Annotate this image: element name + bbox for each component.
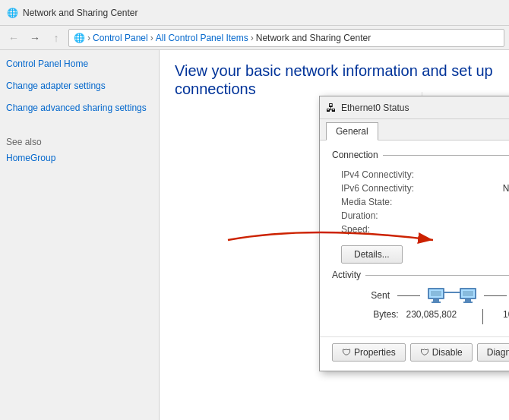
speed-label: Speed: [332,223,438,236]
sidebar-also-title: See also [6,137,153,147]
address-path: 🌐 › Control Panel › All Control Panel It… [68,29,504,47]
details-button[interactable]: Details... [341,245,403,264]
dialog-footer: 🛡 Properties 🛡 Disable Diagnose Close [320,336,509,371]
bytes-row: Bytes: 230,085,802 10,155,659,736 [332,309,509,324]
activity-section-header: Activity [332,270,509,280]
sent-label: Sent [352,290,390,301]
main-layout: Control Panel Home Change adapter settin… [0,50,509,420]
connection-section-header: Connection [332,150,509,160]
back-button[interactable]: ← [5,29,23,47]
dialog-tabs: General [320,119,509,141]
base-left [432,302,441,303]
dialog-icon: 🖧 [326,102,337,114]
connection-table: IPv4 Connectivity: Internet IPv6 Connect… [332,168,509,236]
dialog-title-text: Ethernet0 Status [341,103,409,113]
forward-button[interactable]: → [26,29,44,47]
disable-icon: 🛡 [420,347,429,358]
bytes-label: Bytes: [346,309,406,320]
connection-divider [383,155,509,156]
network-icon [428,288,476,303]
media-value: Enabled [438,195,509,209]
received-line [484,295,507,296]
path-control-panel[interactable]: Control Panel [93,33,148,43]
path-icon: 🌐 [74,33,85,43]
disable-button[interactable]: 🛡 Disable [410,343,473,362]
duration-label: Duration: [332,209,438,223]
duration-value: 00:22:52 [438,209,509,223]
footer-buttons-left: 🛡 Properties 🛡 Disable Diagnose [332,343,509,362]
ipv6-value: No network access [438,182,509,195]
dialog-body: Connection IPv4 Connectivity: Internet I… [320,141,509,333]
table-row: IPv6 Connectivity: No network access [332,182,509,195]
activity-icons-row: Sent [332,288,509,303]
ipv4-value: Internet [438,168,509,182]
computer-left [428,288,444,303]
ethernet-status-dialog: 🖧 Ethernet0 Status ✕ General Connection [319,96,509,371]
title-bar-icon: 🌐 [6,7,18,19]
bytes-received: 10,155,659,736 [491,309,510,320]
dialog-title-left: 🖧 Ethernet0 Status [326,102,409,114]
monitor-right [460,288,476,299]
computer-right [460,288,476,303]
content-area: View your basic network information and … [160,50,509,420]
properties-button[interactable]: 🛡 Properties [332,343,406,362]
bytes-divider [482,309,483,324]
activity-section: Activity Sent [332,270,509,324]
table-row: Speed: 1.0 Gbps [332,223,509,236]
tab-general[interactable]: General [326,122,378,141]
ipv4-label: IPv4 Connectivity: [332,168,438,182]
monitor-left [428,288,444,299]
sent-line [397,295,420,296]
sidebar: Control Panel Home Change adapter settin… [0,50,160,420]
connection-label: Connection [332,150,378,160]
sidebar-link-change-advanced[interactable]: Change advanced sharing settings [6,102,153,115]
media-label: Media State: [332,195,438,209]
table-row: Media State: Enabled [332,195,509,209]
shield-icon: 🛡 [342,347,351,358]
up-button[interactable]: ↑ [47,29,65,47]
dialog-title-bar: 🖧 Ethernet0 Status ✕ [320,96,509,119]
speed-value: 1.0 Gbps [438,223,509,236]
sidebar-also: See also HomeGroup [6,137,153,165]
bytes-sent: 230,085,802 [406,309,475,320]
activity-divider [365,275,509,276]
table-row: Duration: 00:22:52 [332,209,509,223]
sidebar-link-change-adapter[interactable]: Change adapter settings [6,80,153,93]
title-bar: 🌐 Network and Sharing Center [0,0,509,26]
address-bar: ← → ↑ 🌐 › Control Panel › All Control Pa… [0,26,509,50]
connector-line [444,292,460,293]
path-current: Network and Sharing Center [256,33,371,43]
title-bar-text: Network and Sharing Center [23,8,138,18]
base-right [463,302,473,303]
diagnose-button[interactable]: Diagnose [477,343,509,362]
activity-label: Activity [332,270,361,280]
table-row: IPv4 Connectivity: Internet [332,168,509,182]
sidebar-link-homegroup[interactable]: HomeGroup [6,152,153,165]
path-all-items[interactable]: All Control Panel Items [156,33,248,43]
ipv6-label: IPv6 Connectivity: [332,182,438,195]
path-sep-1: › [87,33,90,43]
sidebar-link-control-panel-home[interactable]: Control Panel Home [6,58,153,71]
